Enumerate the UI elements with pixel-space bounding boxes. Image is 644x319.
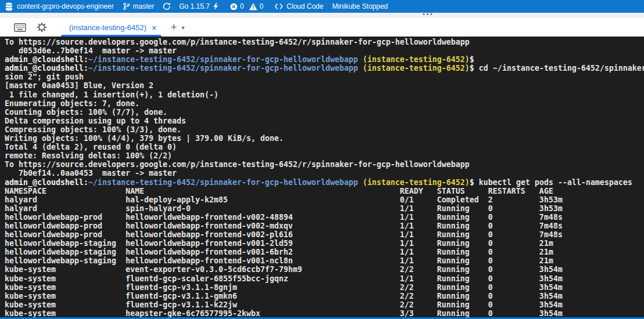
problems-item[interactable]: 0 0 [230, 2, 263, 10]
tab-options-caret-icon[interactable]: ▾ [182, 24, 185, 31]
sync-icon[interactable] [163, 2, 171, 10]
panel-divider: ••• [0, 13, 644, 18]
new-tab-button[interactable]: + [171, 21, 177, 34]
pod-row: kube-system event-exporter-v0.3.0-5cd6cc… [5, 265, 644, 274]
terminal-line: admin_@cloudshell:~/instance-testing-645… [5, 64, 644, 72]
pod-row: kube-system heapster-gke-6c76577995-2kwb… [5, 309, 644, 318]
error-count: 0 [240, 2, 244, 10]
terminal-tab-label: (instance-testing-6452) [69, 23, 146, 32]
pod-row: kube-system fluentd-gcp-v3.1.1-k22jw 2/2… [5, 300, 644, 309]
terminal-line: Enumerating objects: 7, done. [5, 99, 644, 108]
terminal-line: NAMESPACE NAME READY STATUS RESTARTS AGE [5, 187, 644, 195]
pod-row: helloworldwebapp-prod helloworldwebapp-f… [5, 222, 644, 230]
pod-row: kube-system fluentd-gcp-scaler-6855f55bc… [5, 274, 644, 283]
project-name: content-gcpro-devops-engineer [17, 2, 114, 10]
terminal-line: d053d6e..7b0ef14 master -> master [5, 46, 644, 55]
cloud-code-item[interactable]: Cloud Code [275, 2, 323, 10]
terminal-line: To https://source.developers.google.com/… [5, 38, 644, 46]
terminal[interactable]: To https://source.developers.google.com/… [0, 37, 644, 319]
terminal-line: 7b0ef14..0aa0453 master -> master [5, 169, 644, 177]
terminal-line: remote: Resolving deltas: 100% (2/2) [5, 151, 644, 160]
keyboard-icon[interactable] [14, 23, 26, 32]
lightning-icon [213, 2, 218, 10]
pod-row: halyard hal-deploy-apply-k2m85 0/1 Compl… [5, 195, 644, 204]
terminal-output: To https://source.developers.google.com/… [5, 38, 644, 318]
terminal-line: To https://source.developers.google.com/… [5, 160, 644, 169]
go-version-item[interactable]: Go 1.15.7 [179, 2, 218, 10]
terminal-line: 1 file changed, 1 insertion(+), 1 deleti… [5, 90, 644, 99]
terminal-line: Total 4 (delta 2), reused 0 (delta 0) [5, 143, 644, 151]
git-branch-icon [123, 2, 130, 10]
terminal-line: Delta compression using up to 4 threads [5, 117, 644, 125]
pod-row: kube-system fluentd-gcp-v3.1.1-gmkn6 2/2… [5, 292, 644, 300]
warning-icon [249, 3, 257, 10]
terminal-line: admin_@cloudshell:~/instance-testing-645… [5, 178, 644, 187]
pod-row: helloworldwebapp-staging helloworldwebap… [5, 239, 644, 248]
pod-row: kube-system fluentd-gcp-v3.1.1-8gnjm 2/2… [5, 283, 644, 292]
minikube-label: Minikube Stopped [332, 2, 388, 10]
gear-icon[interactable] [37, 22, 47, 32]
cloud-code-label: Cloud Code [287, 2, 323, 10]
error-icon [230, 3, 238, 10]
pod-row: helloworldwebapp-staging helloworldwebap… [5, 248, 644, 256]
go-version: Go 1.15.7 [179, 2, 210, 10]
terminal-tab-bar: ••• [0, 13, 644, 37]
code-icon [275, 3, 283, 10]
pod-row: helloworldwebapp-staging helloworldwebap… [5, 256, 644, 265]
terminal-line: sion 2"; git push [5, 72, 644, 81]
terminal-line: [master 0aa0453] Blue, Version 2 [5, 81, 644, 90]
drag-handle-icon[interactable]: ••• [423, 11, 434, 18]
warning-count: 0 [260, 2, 264, 10]
branch-name: master [133, 2, 154, 10]
terminal-line: admin_@cloudshell:~/instance-testing-645… [5, 55, 644, 64]
pod-row: halyard spin-halyard-0 1/1 Running 0 3h5… [5, 204, 644, 213]
status-bar: content-gcpro-devops-engineer master Go … [0, 0, 644, 13]
terminal-line: Writing objects: 100% (4/4), 379 bytes |… [5, 134, 644, 143]
tab-close-icon[interactable]: × [152, 23, 157, 32]
pod-row: helloworldwebapp-prod helloworldwebapp-f… [5, 230, 644, 239]
terminal-line: Compressing objects: 100% (3/3), done. [5, 125, 644, 134]
database-icon [5, 2, 13, 11]
project-selector[interactable]: content-gcpro-devops-engineer [5, 2, 114, 11]
minikube-status[interactable]: Minikube Stopped [332, 2, 388, 10]
tab-row: (instance-testing-6452) × + ▾ [0, 18, 644, 37]
git-branch-item[interactable]: master [123, 2, 154, 10]
terminal-line: Counting objects: 100% (7/7), done. [5, 108, 644, 117]
pod-row: helloworldwebapp-prod helloworldwebapp-f… [5, 213, 644, 222]
terminal-tab[interactable]: (instance-testing-6452) × [61, 18, 161, 37]
